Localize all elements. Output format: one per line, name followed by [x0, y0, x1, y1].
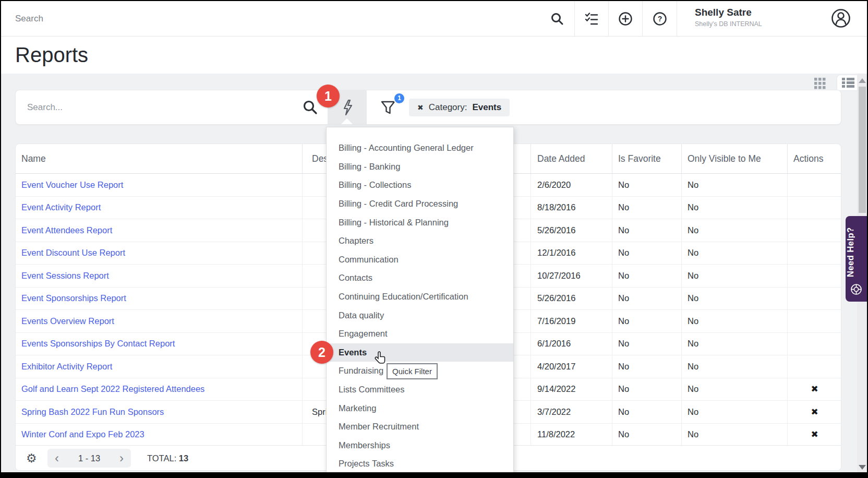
report-link[interactable]: Exhibitor Activity Report: [21, 362, 112, 372]
quick-filter-option[interactable]: Continuing Education/Certification: [327, 288, 513, 306]
search-icon: [302, 99, 318, 115]
cell-only-visible-to-me: No: [681, 174, 787, 196]
annotation-step-1: 1: [317, 85, 340, 107]
column-header-is-favorite[interactable]: Is Favorite: [612, 144, 681, 173]
column-header-date-added[interactable]: Date Added: [531, 144, 612, 173]
remove-report-button[interactable]: ✖: [793, 407, 841, 417]
quick-filter-option-active[interactable]: Events: [327, 343, 513, 362]
cell-date-added: 5/26/2016: [531, 288, 612, 310]
report-link[interactable]: Winter Conf and Expo Feb 2023: [21, 429, 144, 439]
filter-chip-label: Category:: [429, 102, 467, 113]
quick-filter-option[interactable]: Memberships: [327, 436, 513, 455]
quick-filter-option[interactable]: Billing - Credit Card Processing: [327, 195, 513, 213]
cell-only-visible-to-me: No: [681, 424, 787, 446]
quick-filter-option[interactable]: Lists Committees: [327, 380, 513, 399]
quick-filter-option[interactable]: Billing - Accounting General Ledger: [327, 139, 513, 158]
report-link[interactable]: Event Sessions Report: [21, 271, 109, 281]
cell-actions: [787, 265, 841, 287]
cell-actions: [787, 197, 841, 219]
report-link[interactable]: Events Overview Report: [21, 316, 114, 326]
report-link[interactable]: Spring Bash 2022 Fun Run Sponsors: [21, 407, 164, 417]
cell-only-visible-to-me: No: [681, 333, 787, 355]
help-button[interactable]: ?: [649, 8, 670, 29]
quick-add-button[interactable]: [615, 8, 636, 29]
cell-is-favorite: No: [612, 174, 681, 196]
svg-text:?: ?: [658, 15, 662, 23]
quick-filter-option[interactable]: Billing - Collections: [327, 176, 513, 195]
report-link[interactable]: Event Discount Use Report: [21, 248, 125, 258]
list-view-icon: [842, 78, 854, 88]
cell-only-visible-to-me: No: [681, 355, 787, 378]
cell-date-added: 11/8/2022: [531, 424, 612, 446]
pagination: ‹ 1 - 13 ›: [47, 449, 131, 468]
cell-only-visible-to-me: No: [681, 378, 787, 401]
report-link[interactable]: Event Attendees Report: [21, 225, 112, 235]
cell-date-added: 10/27/2016: [531, 265, 612, 287]
next-page-button[interactable]: ›: [119, 449, 124, 467]
user-menu[interactable]: Shelly Satre Shelly's DB INTERNAL: [695, 7, 762, 28]
settings-gear-button[interactable]: ⚙: [26, 446, 37, 471]
global-search-button[interactable]: [547, 8, 568, 29]
active-filter-chip[interactable]: ✖ Category: Events: [409, 99, 510, 116]
cell-is-favorite: No: [612, 378, 681, 401]
divider: [608, 1, 609, 37]
window-border: [0, 472, 868, 478]
search-icon: [550, 12, 564, 26]
add-icon: [618, 11, 633, 26]
quick-filter-option[interactable]: Engagement: [327, 325, 513, 343]
quick-filter-option[interactable]: Billing - Historical & Planning: [327, 213, 513, 232]
scroll-down-icon[interactable]: [859, 465, 866, 470]
scroll-thumb[interactable]: [859, 87, 866, 213]
divider: [574, 1, 575, 37]
cell-actions: [787, 355, 841, 378]
remove-report-button[interactable]: ✖: [793, 429, 841, 440]
task-list-button[interactable]: [581, 8, 602, 29]
quick-filter-option[interactable]: Projects Tasks: [327, 455, 513, 472]
quick-filter-option[interactable]: Chapters: [327, 232, 513, 250]
account-button[interactable]: [830, 8, 851, 29]
cell-actions: [787, 242, 841, 265]
remove-filter-icon[interactable]: ✖: [417, 103, 424, 112]
cell-is-favorite: No: [612, 424, 681, 446]
cell-only-visible-to-me: No: [681, 197, 787, 219]
total-value: 13: [179, 453, 188, 463]
report-link[interactable]: Event Voucher Use Report: [21, 180, 123, 190]
grid-view-button[interactable]: [810, 76, 830, 91]
remove-report-button[interactable]: ✖: [793, 384, 841, 395]
user-org: Shelly's DB INTERNAL: [695, 20, 762, 28]
report-link[interactable]: Event Activity Report: [21, 202, 101, 212]
quick-filter-option[interactable]: Contacts: [327, 269, 513, 288]
gear-icon: ⚙: [26, 451, 37, 465]
report-link[interactable]: Events Sponsorships By Contact Report: [21, 339, 175, 349]
list-view-button[interactable]: [837, 75, 859, 90]
scroll-up-icon[interactable]: [859, 78, 866, 83]
reports-toolbar: Search... 1 ✖ Category: Events: [15, 90, 841, 125]
column-header-only-visible-to-me[interactable]: Only Visible to Me: [681, 144, 787, 173]
cell-is-favorite: No: [612, 265, 681, 287]
cell-date-added: 9/14/2022: [531, 378, 612, 401]
divider: [642, 1, 643, 37]
prev-page-button[interactable]: ‹: [55, 449, 59, 467]
column-header-actions[interactable]: Actions: [787, 144, 841, 173]
quick-filter-option[interactable]: Communication: [327, 250, 513, 269]
title-band: Reports: [1, 37, 867, 74]
quick-filter-option[interactable]: Marketing: [327, 399, 513, 417]
reports-search-input[interactable]: Search...: [27, 90, 63, 124]
quick-filter-option[interactable]: Data quality: [327, 306, 513, 325]
report-link[interactable]: Event Sponsorships Report: [21, 293, 126, 303]
report-link[interactable]: Golf and Learn Sept 2022 Registered Atte…: [21, 384, 204, 394]
user-name: Shelly Satre: [695, 7, 762, 18]
quick-filter-option[interactable]: Billing - Banking: [327, 158, 513, 176]
help-icon: ?: [653, 11, 667, 26]
need-help-tab[interactable]: Need Help?: [846, 216, 867, 302]
filter-count-badge: 1: [393, 92, 405, 104]
cell-date-added: 2/6/2020: [531, 174, 612, 196]
reports-search-button[interactable]: [302, 99, 318, 117]
cell-is-favorite: No: [612, 219, 681, 242]
quick-filter-option[interactable]: Member Recruitment: [327, 417, 513, 436]
column-header-name[interactable]: Name: [16, 144, 302, 173]
divider: [677, 1, 677, 37]
cell-only-visible-to-me: No: [681, 242, 787, 265]
cell-actions: [787, 310, 841, 332]
global-search-input[interactable]: Search: [15, 1, 43, 37]
